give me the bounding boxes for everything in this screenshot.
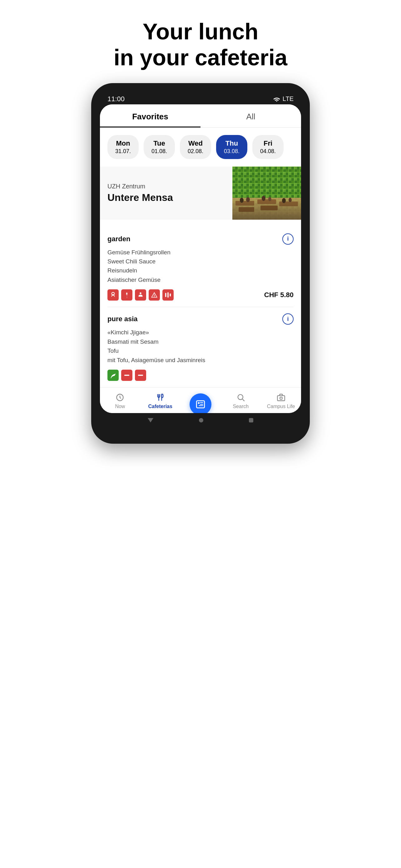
nav-item-cafeterias[interactable]: Cafeterias: [140, 393, 180, 409]
svg-rect-22: [124, 375, 130, 376]
menu-item-pure-asia: pure asia i «Kimchi Jjigae» Basmati mit …: [107, 307, 294, 387]
campus-icon: [276, 393, 286, 402]
page-header: Your lunch in your cafeteria: [101, 0, 300, 83]
allergen-warning: [149, 289, 160, 301]
day-btn-wed[interactable]: Wed 02.08.: [180, 135, 211, 159]
allergen-wheat: [121, 289, 132, 301]
nav-label-search: Search: [233, 404, 248, 409]
day-btn-fri[interactable]: Fri 04.08.: [252, 135, 283, 159]
nav-label-now: Now: [115, 404, 125, 409]
phone-screen: Favorites All Mon 31.07. Tue 01.08. Wed …: [100, 104, 301, 413]
search-icon: [236, 393, 246, 402]
home-button[interactable]: [199, 418, 203, 423]
svg-point-18: [140, 292, 141, 294]
menu-section: garden i Gemüse Frühlingsrollen Sweet Ch…: [100, 220, 301, 388]
cafeteria-card[interactable]: UZH Zentrum Untere Mensa: [100, 166, 301, 220]
day-btn-tue[interactable]: Tue 01.08.: [144, 135, 175, 159]
recents-button[interactable]: [249, 418, 253, 423]
menu-ingredients-pure-asia: «Kimchi Jjigae» Basmati mit Sesam Tofu m…: [107, 328, 294, 365]
tabs-bar: Favorites All: [100, 104, 301, 127]
day-btn-mon[interactable]: Mon 31.07.: [107, 135, 139, 159]
nav-item-search[interactable]: Search: [221, 393, 261, 409]
cutlery-icon: [155, 393, 165, 402]
svg-rect-35: [280, 397, 282, 399]
page-title: Your lunch in your cafeteria: [114, 19, 287, 71]
menu-item-garden: garden i Gemüse Frühlingsrollen Sweet Ch…: [107, 227, 294, 307]
allergen-person: [135, 289, 146, 301]
menu-item-name-garden: garden: [107, 235, 130, 243]
clock-icon: [115, 393, 125, 402]
phone-mockup: 11:00 LTE Favorites All Mon 31.0: [91, 83, 310, 444]
tab-favorites[interactable]: Favorites: [100, 104, 201, 127]
back-button[interactable]: [148, 418, 153, 423]
svg-point-28: [198, 402, 200, 404]
svg-rect-19: [165, 293, 166, 297]
price-garden: CHF 5.80: [264, 291, 294, 299]
nav-label-cafeterias: Cafeterias: [148, 404, 172, 409]
svg-rect-20: [167, 292, 169, 298]
allergen-red1: [121, 370, 132, 381]
svg-rect-21: [170, 294, 171, 297]
fab-button[interactable]: [190, 393, 211, 413]
svg-rect-34: [277, 396, 285, 401]
info-button-garden[interactable]: i: [282, 234, 294, 245]
svg-point-32: [238, 395, 243, 400]
allergen-icons-pure-asia: [107, 370, 146, 381]
status-bar: 11:00 LTE: [100, 92, 301, 104]
allergen-bars: [162, 289, 174, 301]
cafeteria-title: Untere Mensa: [107, 192, 225, 204]
cafeteria-image: [232, 166, 301, 220]
day-btn-thu[interactable]: Thu 03.08.: [216, 135, 247, 159]
day-selector: Mon 31.07. Tue 01.08. Wed 02.08. Thu 03.…: [100, 127, 301, 166]
allergen-grain: [107, 289, 119, 301]
svg-point-0: [276, 101, 277, 101]
phone-home-bar: [100, 413, 301, 425]
tab-all[interactable]: All: [201, 104, 301, 127]
lte-label: LTE: [282, 95, 294, 102]
menu-item-name-pure-asia: pure asia: [107, 315, 138, 323]
bottom-nav: Now Cafeterias: [100, 387, 301, 413]
svg-rect-23: [138, 375, 143, 376]
svg-line-33: [242, 399, 244, 401]
menu-ingredients-garden: Gemüse Frühlingsrollen Sweet Chili Sauce…: [107, 248, 294, 285]
allergen-red2: [135, 370, 146, 381]
allergen-icons-garden: [107, 289, 174, 301]
allergen-leaf: [107, 370, 119, 381]
nav-item-now[interactable]: Now: [100, 393, 140, 409]
nav-item-campus-life[interactable]: Campus Life: [261, 393, 301, 409]
cafeteria-subtitle: UZH Zentrum: [107, 183, 225, 190]
status-time: 11:00: [107, 95, 125, 103]
info-button-pure-asia[interactable]: i: [282, 313, 294, 324]
nav-label-campus-life: Campus Life: [267, 404, 295, 409]
cafeteria-info: UZH Zentrum Untere Mensa: [100, 166, 232, 220]
wifi-icon: [273, 97, 280, 101]
